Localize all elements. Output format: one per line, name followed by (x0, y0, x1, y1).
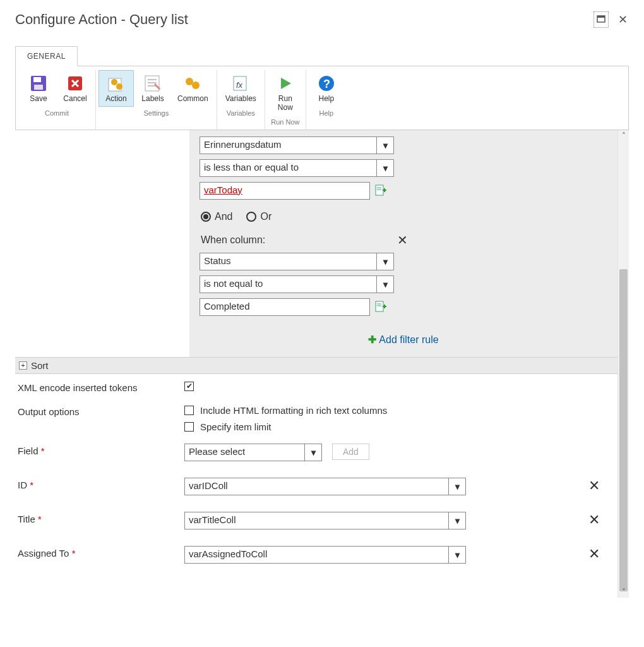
variables-icon: fx (230, 73, 251, 94)
xml-encode-label: XML encode inserted tokens (18, 380, 184, 393)
svg-rect-3 (33, 77, 41, 82)
ribbon-group-variables: Variables (227, 107, 255, 118)
assigned-to-select[interactable]: varAssignedToColl ▾ (184, 546, 466, 564)
svg-rect-4 (34, 85, 43, 90)
id-select[interactable]: varIDColl ▾ (184, 478, 466, 495)
vertical-scrollbar[interactable]: ˄ ˅ (617, 130, 629, 598)
tab-general[interactable]: GENERAL (15, 46, 78, 66)
remove-filter-button[interactable]: ✕ (397, 233, 408, 248)
filter1-value-input[interactable]: varToday (200, 182, 370, 200)
sort-section-label: Sort (31, 360, 49, 371)
chevron-down-icon: ▾ (449, 547, 465, 563)
assigned-to-label: Assigned To (18, 548, 69, 559)
help-icon: ? (316, 73, 337, 94)
add-filter-rule-link[interactable]: ✚Add filter rule (368, 334, 438, 345)
item-limit-checkbox[interactable] (184, 422, 194, 432)
chevron-down-icon: ▾ (449, 512, 465, 529)
variables-button[interactable]: fx Variables (220, 70, 262, 107)
filter1-column-select[interactable]: Erinnerungsdatum ▾ (200, 136, 394, 154)
scroll-up-arrow[interactable]: ˄ (618, 130, 629, 142)
ribbon-group-help: Help (319, 107, 334, 118)
labels-icon (143, 73, 163, 94)
svg-point-7 (111, 79, 117, 85)
svg-point-13 (186, 78, 193, 85)
insert-reference-button[interactable] (375, 301, 388, 313)
logic-and-radio[interactable]: And (201, 211, 232, 222)
chevron-down-icon: ▾ (449, 478, 465, 495)
ribbon: Save Cancel Commit Action (15, 66, 629, 130)
ribbon-group-settings: Settings (143, 107, 169, 118)
chevron-down-icon: ▾ (377, 253, 393, 270)
remove-title-button[interactable]: ✕ (588, 512, 602, 528)
remove-assigned-button[interactable]: ✕ (588, 546, 602, 562)
output-options-label: Output options (18, 404, 184, 417)
scroll-thumb[interactable] (619, 269, 628, 591)
common-button[interactable]: Common (172, 70, 214, 107)
svg-text:?: ? (323, 78, 330, 90)
cancel-icon (65, 73, 85, 94)
save-icon (28, 73, 49, 94)
chevron-down-icon: ▾ (377, 137, 393, 154)
help-button[interactable]: ? Help (309, 70, 344, 107)
include-html-checkbox[interactable] (184, 406, 194, 415)
labels-button[interactable]: Labels (135, 70, 170, 107)
svg-marker-17 (281, 78, 291, 89)
cancel-button[interactable]: Cancel (57, 70, 93, 107)
when-column-label: When column: (201, 234, 265, 246)
run-now-button[interactable]: Run Now (268, 70, 303, 116)
field-label: Field (18, 445, 39, 456)
filter2-column-select[interactable]: Status ▾ (200, 253, 394, 270)
xml-encode-checkbox[interactable] (184, 382, 194, 391)
chevron-down-icon: ▾ (305, 444, 321, 461)
title-select[interactable]: varTitleColl ▾ (184, 512, 466, 529)
svg-rect-20 (376, 185, 383, 195)
ribbon-group-commit: Commit (45, 107, 69, 118)
id-label: ID (18, 480, 27, 490)
close-button[interactable]: ✕ (616, 13, 629, 26)
dialog-title: Configure Action - Query list (15, 11, 188, 28)
chevron-down-icon: ▾ (377, 276, 393, 293)
field-select[interactable]: Please select ▾ (184, 444, 322, 461)
filter2-operator-select[interactable]: is not equal to ▾ (200, 275, 394, 293)
chevron-down-icon: ▾ (377, 160, 393, 176)
common-icon (182, 73, 203, 94)
svg-rect-1 (597, 16, 605, 18)
title-label: Title (18, 514, 35, 524)
action-button[interactable]: Action (98, 70, 134, 107)
save-button[interactable]: Save (21, 70, 56, 107)
insert-reference-button[interactable] (375, 184, 388, 197)
remove-id-button[interactable]: ✕ (588, 478, 602, 494)
add-field-button[interactable]: Add (332, 444, 369, 460)
play-icon (275, 73, 295, 94)
filter2-value-input[interactable]: Completed (200, 298, 370, 316)
svg-rect-23 (376, 301, 383, 311)
logic-or-radio[interactable]: Or (246, 211, 271, 222)
svg-point-14 (192, 82, 200, 89)
filter1-operator-select[interactable]: is less than or equal to ▾ (200, 159, 394, 177)
ribbon-group-runnow: Run Now (271, 116, 299, 127)
svg-rect-9 (145, 76, 159, 91)
maximize-button[interactable] (593, 11, 609, 28)
sort-expander[interactable]: + (19, 361, 27, 370)
svg-text:fx: fx (236, 80, 243, 90)
scroll-down-arrow[interactable]: ˅ (618, 586, 629, 598)
plus-icon: ✚ (368, 334, 376, 345)
svg-point-8 (116, 83, 122, 90)
action-icon (106, 73, 126, 94)
filter-panel: Erinnerungsdatum ▾ is less than or equal… (189, 130, 617, 357)
